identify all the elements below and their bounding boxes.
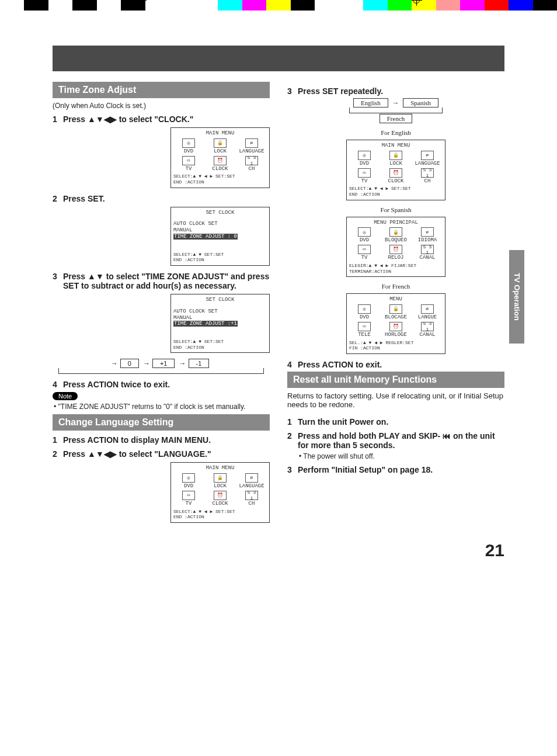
osd-set-clock-1: SET CLOCK AUTO CLOCK SET MANUAL TIME ZON… [170,294,270,353]
tz-step-1: 1Press ▲▼◀▶ to select "CLOCK." [53,115,270,124]
lang-step-3: 3Press SET repeatedly. [287,86,504,96]
lang-step-4: 4Press ACTION to exit. [287,360,504,369]
page-number: 21 [53,540,504,560]
tz-only-note: (Only when Auto Clock is set.) [53,102,270,110]
disc-icon: ◎ [182,138,195,148]
lock-icon: 🔒 [214,138,227,148]
reset-intro: Returns to factory setting. Use if reloc… [287,391,504,409]
color-bar-top [0,0,557,11]
osd-french: MENU ◎DVD 🔒BLOCAGE ⇄LANGUE ▭TELE ⏰HORLOG… [346,293,445,354]
tz-step-3: 3Press ▲▼ to select "TIME ZONE ADJUST" a… [53,272,270,290]
lock-icon: 🔒 [214,473,227,483]
reset-step-3: 3Perform "Initial Setup" on page 18. [287,465,504,474]
clock-icon: ⏰ [214,156,227,165]
osd-main-menu-1: MAIN MENU ◎DVD 🔒LOCK ⇄LANGUAGE ▭TV ⏰CLOC… [170,127,270,188]
tz-step-4: 4Press ACTION twice to exit. [53,380,270,389]
left-column: Time Zone Adjust (Only when Auto Clock i… [53,82,270,529]
tz-header: Time Zone Adjust [53,82,270,98]
reset-header: Reset all unit Memory Functions [287,372,504,388]
ch-icon: 5 3 1 [245,491,258,500]
lang-header: Change Language Setting [53,414,270,431]
osd-spanish: MENU PRINCIPAL ◎DVD 🔒BLOQUEO ⇄IDIOMA ▭TV… [346,217,445,278]
caption-fr: For French [287,283,504,290]
tv-icon: ▭ [182,491,195,500]
caption-en: For English [287,129,504,136]
tz-note-text: • "TIME ZONE ADJUST" returns to "0" if c… [53,403,270,411]
tz-step-2: 2Press SET. [53,194,270,203]
right-column: 3Press SET repeatedly. English → Spanish… [287,82,504,529]
header-band [53,46,504,71]
caption-es: For Spanish [287,206,504,213]
reset-step-2: 2Press and hold both PLAY and SKIP- ⏮ on… [287,431,504,450]
osd-main-menu-2: MAIN MENU ◎DVD 🔒LOCK ⇄LANGUAGE ▭TV ⏰CLOC… [170,462,270,523]
tz-cycle: →0 →+1 →-1 [53,359,270,374]
osd-english: MAIN MENU ◎DVD 🔒LOCK ⇄LANGUAGE ▭TV ⏰CLOC… [346,140,445,200]
clock-icon: ⏰ [214,491,227,500]
note-label: Note [53,392,78,400]
disc-icon: ◎ [182,473,195,483]
lang-step-2: 2Press ▲▼◀▶ to select "LANGUAGE." [53,449,270,459]
reset-step-1: 1Turn the unit Power on. [287,417,504,426]
reset-step-2-sub: • The power will shut off. [287,452,504,460]
ch-icon: 5 3 1 [245,156,258,165]
globe-icon: ⇄ [245,473,258,483]
lang-cycle: English → Spanish French [287,98,504,123]
osd-set-clock-0: SET CLOCK AUTO CLOCK SET MANUAL TIME ZON… [170,207,270,266]
side-tab: TV Operation [509,250,524,344]
tv-icon: ▭ [182,156,195,165]
globe-icon: ⇄ [245,138,258,148]
lang-step-1: 1Press ACTION to display MAIN MENU. [53,435,270,445]
